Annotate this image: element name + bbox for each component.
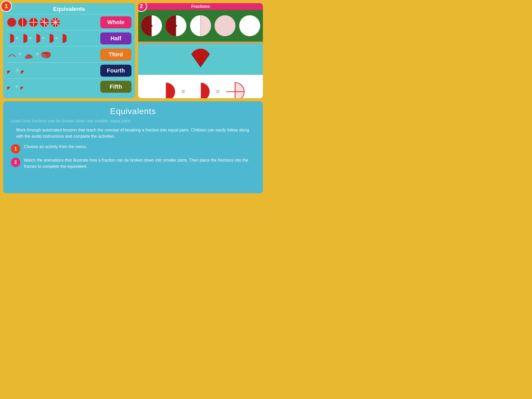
eq-bottom-1: = <box>182 88 185 95</box>
right-panel: 2 Fractions <box>138 3 263 98</box>
svg-point-29 <box>239 15 260 36</box>
eq-f1: = <box>16 68 19 73</box>
btn-fourth[interactable]: Fourth <box>100 65 131 77</box>
board-circle-3 <box>189 14 212 37</box>
bottom-subtitle: Learn how fractions can be broken down i… <box>11 119 255 123</box>
badge-1: 1 <box>1 1 12 12</box>
step-1: 1 Choose an activity from the menu. <box>11 144 255 154</box>
shape-whole-1 <box>7 17 17 27</box>
step-text-1: Choose an activity from the menu. <box>24 144 87 150</box>
board-circle-1 <box>140 14 163 37</box>
row-third: = = Third <box>7 46 131 62</box>
shape-whole-2 <box>18 17 28 27</box>
eq-fi1: = <box>16 84 18 89</box>
btn-whole[interactable]: Whole <box>100 16 131 28</box>
eq-t1: = <box>19 52 22 57</box>
shapes-half: = = = = <box>7 34 100 43</box>
shape-half-1 <box>7 34 14 43</box>
step-badge-1: 1 <box>11 144 20 154</box>
eq-4: = <box>55 36 58 41</box>
left-panel: 1 Equivalents <box>3 3 135 98</box>
svg-point-32 <box>200 62 201 64</box>
row-half: = = = = <box>7 30 131 46</box>
svg-point-28 <box>215 15 236 36</box>
shape-whole-3 <box>29 17 38 27</box>
svg-point-25 <box>175 25 177 27</box>
eq-2: = <box>29 36 32 41</box>
fractions-header: Fractions <box>138 3 263 10</box>
row-fourth: = Fourth <box>7 62 131 78</box>
shape-third-1 <box>7 50 17 59</box>
row-fifth: = Fifth <box>7 78 131 95</box>
shapes-fifth: = <box>7 83 100 91</box>
board-circle-4 <box>214 14 236 37</box>
svg-point-22 <box>150 25 152 27</box>
shape-half-2 <box>20 34 27 43</box>
fraction-board <box>138 10 263 44</box>
half-circle-large <box>156 81 176 98</box>
step-text-2: Watch the animations that illustrate how… <box>24 157 255 170</box>
shape-fifth-2 <box>20 83 27 91</box>
svg-point-0 <box>7 18 16 27</box>
shape-fifth-1 <box>7 83 14 91</box>
bottom-title: Equivalents <box>11 107 255 116</box>
btn-half[interactable]: Half <box>100 32 131 44</box>
step-2: 2 Watch the animations that illustrate h… <box>11 157 255 170</box>
eq-3: = <box>42 36 45 41</box>
shape-half-5 <box>59 34 66 43</box>
shape-whole-4 <box>39 17 49 27</box>
shape-half-4 <box>46 34 54 43</box>
shape-third-3 <box>40 50 52 59</box>
eq-t2: = <box>36 52 39 57</box>
shape-whole-5 <box>50 17 60 27</box>
eq-bottom-2: = <box>216 88 220 95</box>
svg-point-31 <box>202 58 203 59</box>
shape-fourth-2 <box>21 66 28 75</box>
shapes-third: = = <box>7 50 100 59</box>
bottom-section: Equivalents Learn how fractions can be b… <box>3 101 263 193</box>
svg-point-30 <box>198 59 200 61</box>
watermelon-piece <box>186 46 215 72</box>
shapes-whole <box>7 17 100 27</box>
board-circle-2 <box>165 14 187 37</box>
left-panel-title: Equivalents <box>7 6 131 12</box>
top-section: 1 Equivalents <box>0 0 266 101</box>
shape-third-2 <box>23 50 35 59</box>
quarter-circle-outline <box>225 81 245 98</box>
shape-half-3 <box>33 34 40 43</box>
row-whole: Whole <box>7 14 131 30</box>
btn-third[interactable]: Third <box>100 49 131 61</box>
btn-fifth[interactable]: Fifth <box>100 81 131 93</box>
half-circle-lined <box>190 81 211 98</box>
fraction-bottom-area: = = <box>138 75 263 98</box>
shape-fourth-1 <box>7 66 15 75</box>
eq-1: = <box>16 36 18 41</box>
step-badge-2: 2 <box>11 158 20 167</box>
fraction-mid-area <box>138 44 263 75</box>
bottom-body: Work through automated lessons that teac… <box>16 127 255 139</box>
board-circle-5 <box>238 14 261 37</box>
shapes-fourth: = <box>7 66 100 75</box>
